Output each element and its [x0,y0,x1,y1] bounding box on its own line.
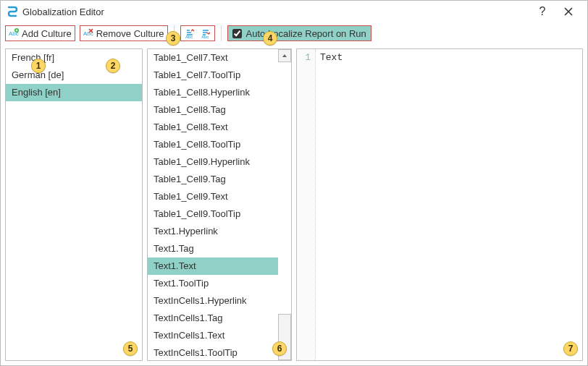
localize-tools-group: Abc Abc [180,25,215,41]
sort-asc-button[interactable]: Abc [184,27,196,39]
property-list-item[interactable]: Text1.ToolTip [148,275,278,292]
sort-desc-button[interactable]: Abc [200,27,211,39]
editor-pane: 1 Text 7 [296,48,583,361]
app-logo-icon [7,6,18,17]
window-title: Globalization Editor [22,7,104,17]
property-list-item[interactable]: Table1_Cell8.Text [148,119,278,136]
svg-text:Abc: Abc [185,35,193,39]
property-list-item[interactable]: Table1_Cell7.Text [148,49,278,67]
culture-list-item[interactable]: French [fr] [6,49,142,67]
properties-pane: Table1_Cell7.TextTable1_Cell7.ToolTipTab… [147,48,292,361]
property-list-item[interactable]: Table1_Cell7.ToolTip [148,67,278,84]
property-list-item[interactable]: Table1_Cell9.ToolTip [148,205,278,223]
help-button[interactable]: ? [529,3,555,20]
cultures-pane: French [fr]German [de]English [en] 5 [5,48,143,361]
property-list-item[interactable]: Text1.Hyperlink [148,223,278,240]
add-culture-label: Add Culture [22,28,72,39]
property-list-item[interactable]: Table1_Cell8.Tag [148,101,278,119]
property-list-item[interactable]: Table1_Cell9.Text [148,188,278,205]
property-list-item[interactable]: Text1.Text [148,258,278,275]
scroll-up-button[interactable] [278,49,291,62]
remove-culture-button[interactable]: Abc Remove Culture [80,25,168,41]
toolbar-separator-2 [221,25,222,41]
remove-culture-icon: Abc [83,27,93,40]
close-button[interactable] [555,3,581,20]
property-list-item[interactable]: Table1_Cell9.Tag [148,171,278,188]
remove-culture-label: Remove Culture [96,28,164,39]
property-list-item[interactable]: TextInCells1.Tag [148,310,278,327]
editor-text-area[interactable]: Text [316,49,582,360]
callout-2: 2 [106,59,120,73]
add-culture-icon: Abc [9,27,19,40]
property-list-item[interactable]: TextInCells1.Hyperlink [148,292,278,310]
svg-text:Abc: Abc [201,35,209,39]
callout-5: 5 [123,341,138,356]
property-list-item[interactable]: Text1.Tag [148,240,278,258]
add-culture-button[interactable]: Abc Add Culture [5,25,75,41]
auto-localize-checkbox[interactable] [232,29,242,38]
sort-desc-icon: Abc [200,27,211,39]
globalization-editor-window: Globalization Editor ? Abc Add Culture A… [0,0,588,366]
property-list-item[interactable]: Table1_Cell8.Hyperlink [148,84,278,101]
property-list-item[interactable]: Table1_Cell8.ToolTip [148,136,278,153]
auto-localize-toggle[interactable]: Auto Localize Report on Run [227,25,371,41]
callout-3: 3 [166,31,180,46]
callout-6: 6 [272,341,287,356]
callout-7: 7 [563,341,578,356]
callout-1: 1 [31,59,46,73]
properties-list[interactable]: Table1_Cell7.TextTable1_Cell7.ToolTipTab… [148,49,291,360]
property-list-item[interactable]: Table1_Cell9.Hyperlink [148,153,278,171]
editor-gutter: 1 [297,49,316,360]
line-number: 1 [297,52,311,63]
culture-list-item[interactable]: German [de] [6,67,142,84]
property-list-item[interactable]: TextInCells1.ToolTip [148,344,278,360]
toolbar: Abc Add Culture Abc Remove Culture [1,22,587,44]
cultures-list[interactable]: French [fr]German [de]English [en] [6,49,142,360]
callout-4: 4 [263,31,277,46]
sort-asc-icon: Abc [184,27,196,39]
title-bar: Globalization Editor ? [1,1,587,22]
culture-list-item[interactable]: English [en] [6,84,142,101]
property-list-item[interactable]: TextInCells1.Text [148,327,278,344]
body: French [fr]German [de]English [en] 5 Tab… [1,44,587,365]
